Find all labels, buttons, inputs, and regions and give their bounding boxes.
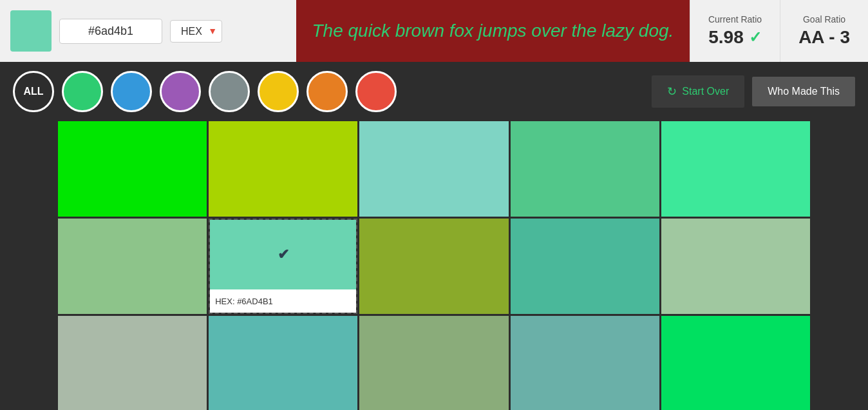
start-over-button[interactable]: ↻ Start Over xyxy=(652,75,744,108)
color-cell[interactable] xyxy=(58,316,207,410)
yellow-filter-circle[interactable] xyxy=(258,71,299,112)
color-cell[interactable] xyxy=(359,316,508,410)
current-ratio-box: Current Ratio 5.98 ✓ xyxy=(690,0,780,62)
selected-check-icon: ✔ xyxy=(278,246,289,263)
current-ratio-value: 5.98 ✓ xyxy=(708,27,762,48)
selected-color-cell[interactable]: ✔ HEX: #6AD4B1 xyxy=(209,219,357,314)
format-select[interactable]: HEX RGB HSL xyxy=(170,20,222,43)
color-cell[interactable] xyxy=(661,316,810,410)
gray-filter-circle[interactable] xyxy=(209,71,250,112)
preview-section: The quick brown fox jumps over the lazy … xyxy=(296,0,690,62)
who-made-this-button[interactable]: Who Made This xyxy=(752,77,855,106)
current-ratio-label: Current Ratio xyxy=(708,14,762,24)
format-select-wrapper: HEX RGB HSL ▼ xyxy=(170,20,222,43)
color-grid: ✔ HEX: #6AD4B1 xyxy=(0,121,868,410)
color-cell[interactable] xyxy=(58,219,207,314)
preview-text: The quick brown fox jumps over the lazy … xyxy=(312,21,674,41)
color-cell[interactable] xyxy=(661,219,810,314)
color-cell[interactable] xyxy=(359,121,508,217)
color-input-section: HEX RGB HSL ▼ xyxy=(0,0,296,62)
goal-ratio-box: Goal Ratio AA - 3 xyxy=(780,0,868,62)
blue-filter-circle[interactable] xyxy=(111,71,152,112)
color-cell[interactable] xyxy=(511,219,659,314)
green-filter-circle[interactable] xyxy=(62,71,103,112)
color-cell[interactable] xyxy=(209,316,357,410)
orange-filter-circle[interactable] xyxy=(307,71,348,112)
start-over-label: Start Over xyxy=(682,86,729,97)
color-cell[interactable] xyxy=(209,121,357,217)
color-cell[interactable] xyxy=(359,219,508,314)
filter-bar: ALL ↻ Start Over Who Made This xyxy=(0,62,868,121)
color-cell[interactable] xyxy=(511,121,659,217)
check-icon: ✓ xyxy=(749,28,762,46)
purple-filter-circle[interactable] xyxy=(160,71,201,112)
hex-input[interactable] xyxy=(59,19,162,44)
red-filter-circle[interactable] xyxy=(355,71,397,112)
color-cell[interactable] xyxy=(661,121,810,217)
top-bar: HEX RGB HSL ▼ The quick brown fox jumps … xyxy=(0,0,868,62)
ratio-section: Current Ratio 5.98 ✓ Goal Ratio AA - 3 xyxy=(690,0,868,62)
goal-ratio-label: Goal Ratio xyxy=(803,14,845,24)
all-filter-button[interactable]: ALL xyxy=(13,71,54,112)
color-swatch[interactable] xyxy=(10,10,52,52)
color-cell[interactable] xyxy=(58,121,207,217)
color-cell[interactable] xyxy=(511,316,659,410)
goal-ratio-value: AA - 3 xyxy=(798,27,850,48)
refresh-icon: ↻ xyxy=(667,84,677,99)
cell-hex-label: HEX: #6AD4B1 xyxy=(210,289,356,313)
